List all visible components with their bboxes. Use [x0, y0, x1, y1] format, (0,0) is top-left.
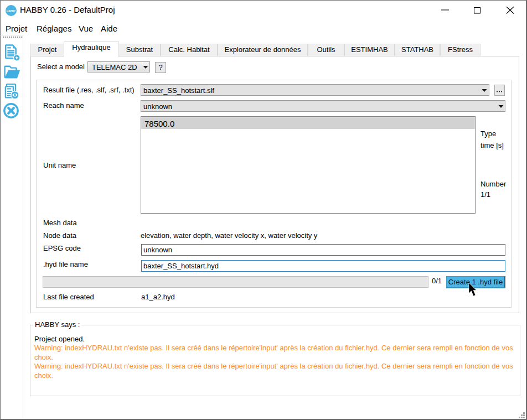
svg-text:HABBY: HABBY [7, 10, 16, 13]
